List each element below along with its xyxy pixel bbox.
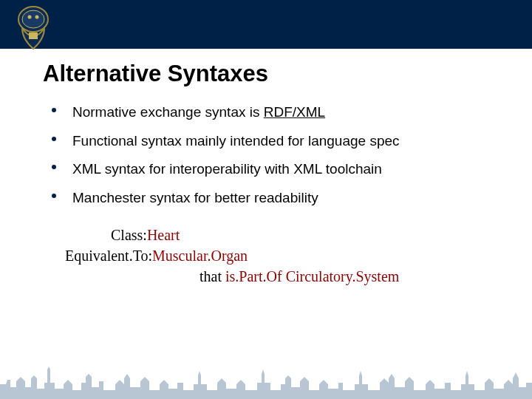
code-line-3: that is.Part.Of Circulatory.System <box>111 266 399 287</box>
svg-rect-4 <box>29 33 38 39</box>
bullet-item-0: Normative exchange syntax is RDF/XML <box>52 103 495 122</box>
code-arg: Muscular.Organ <box>152 248 248 264</box>
svg-point-1 <box>22 10 44 28</box>
code-arg: Heart <box>147 227 180 243</box>
bullet-dot-icon <box>52 108 56 112</box>
bullet-dot-icon <box>52 165 56 169</box>
svg-point-3 <box>35 16 39 19</box>
header-bar <box>0 0 532 49</box>
code-keyword: Class: <box>111 227 147 243</box>
code-arg: is.Part.Of <box>225 268 282 284</box>
bullet-dot-icon <box>52 194 56 198</box>
manchester-syntax-example: Class:Heart Equivalent.To:Muscular.Organ… <box>111 225 399 287</box>
svg-point-2 <box>28 16 32 19</box>
code-keyword: Equivalent.To: <box>65 248 152 264</box>
oxford-crest-logo <box>16 6 50 52</box>
slide: Alternative Syntaxes Normative exchange … <box>0 0 532 399</box>
bullet-dot-icon <box>52 137 56 141</box>
code-keyword: that <box>200 268 225 284</box>
bullet-text-2: XML syntax for interoperability with XML… <box>72 160 382 179</box>
bullet-list: Normative exchange syntax is RDF/XML Fun… <box>52 103 495 218</box>
footer-skyline <box>0 362 532 399</box>
bullet-item-3: Manchester syntax for better readability <box>52 189 495 208</box>
bullet-text-0: Normative exchange syntax is RDF/XML <box>72 103 325 122</box>
code-arg: Circulatory.System <box>286 268 400 284</box>
code-line-1: Class:Heart <box>111 225 399 245</box>
code-line-2: Equivalent.To:Muscular.Organ <box>65 245 399 266</box>
bullet-item-1: Functional syntax mainly intended for la… <box>52 132 495 151</box>
bullet-text-1: Functional syntax mainly intended for la… <box>72 132 400 151</box>
bullet-text-3: Manchester syntax for better readability <box>72 189 318 208</box>
slide-title: Alternative Syntaxes <box>43 61 268 87</box>
bullet-item-2: XML syntax for interoperability with XML… <box>52 160 495 179</box>
